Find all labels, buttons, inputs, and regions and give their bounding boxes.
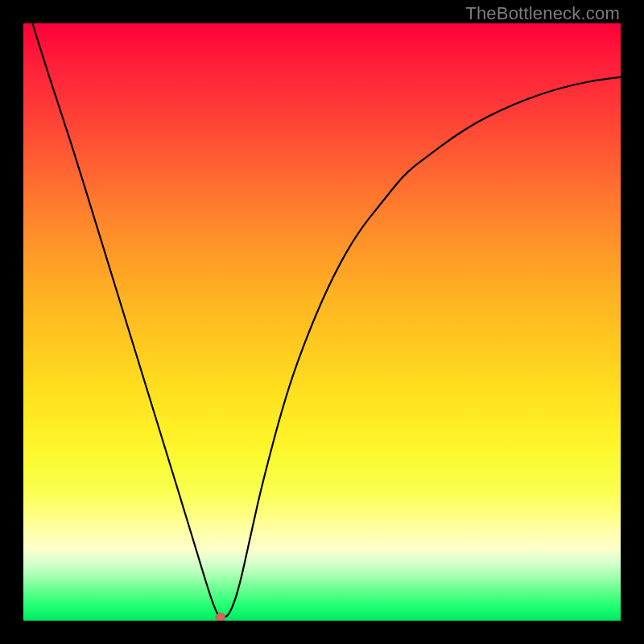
min-point-marker <box>216 613 225 621</box>
curve-group <box>23 23 621 621</box>
bottleneck-curve <box>23 23 621 617</box>
curve-svg <box>23 23 621 621</box>
chart-frame: TheBottleneck.com <box>0 0 644 644</box>
watermark-text: TheBottleneck.com <box>465 3 620 24</box>
plot-area <box>23 23 621 621</box>
